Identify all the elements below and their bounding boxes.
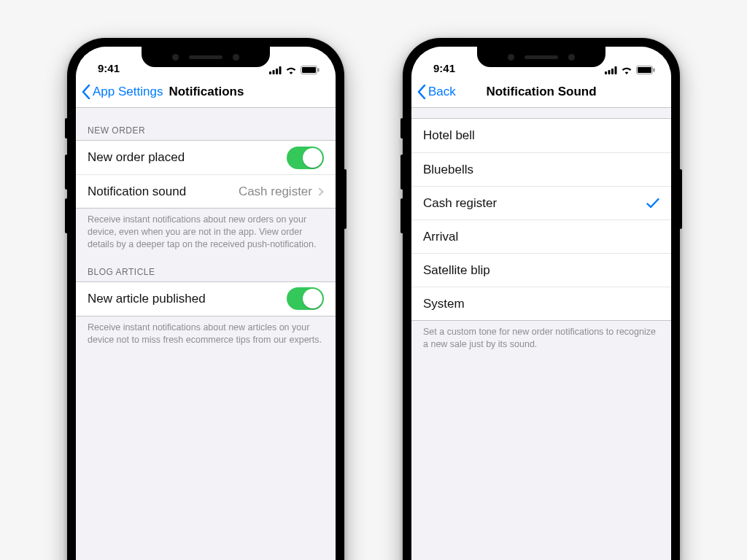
section-header-new-order: NEW ORDER	[76, 121, 336, 140]
nav-bar: App Settings Notifications	[76, 76, 336, 108]
svg-rect-8	[608, 70, 611, 74]
svg-rect-13	[654, 69, 655, 72]
row-label: Hotel bell	[423, 128, 659, 143]
svg-rect-1	[273, 70, 275, 74]
phone-sound-picker: 9:41 Bac	[403, 38, 680, 560]
section-footer-sounds: Set a custom tone for new order notifica…	[411, 321, 671, 362]
svg-rect-6	[318, 69, 320, 72]
nav-back-label: App Settings	[93, 85, 163, 99]
phone-notifications: 9:41 App	[67, 38, 344, 560]
device-notch	[142, 47, 270, 67]
battery-icon	[301, 66, 320, 74]
svg-rect-3	[279, 66, 282, 74]
row-label: System	[423, 297, 659, 311]
svg-rect-0	[269, 71, 271, 74]
row-label: Notification sound	[88, 184, 239, 199]
row-label: New article published	[88, 292, 287, 306]
chevron-right-icon	[315, 187, 323, 195]
sound-option-system[interactable]: System	[411, 287, 671, 320]
checkmark-icon	[646, 198, 659, 209]
row-label: Arrival	[423, 230, 659, 244]
nav-bar: Back Notification Sound	[411, 76, 671, 108]
sound-option-satellite-blip[interactable]: Satellite blip	[411, 253, 671, 287]
nav-back-button[interactable]: App Settings	[82, 85, 163, 99]
device-notch	[477, 47, 605, 67]
svg-rect-9	[611, 69, 614, 74]
row-label: Satellite blip	[423, 263, 659, 278]
row-new-order-placed[interactable]: New order placed	[76, 141, 336, 174]
section-footer-new-order: Receive instant notifications about new …	[76, 209, 336, 262]
section-header-blog: BLOG ARTICLE	[76, 262, 336, 281]
svg-rect-12	[638, 67, 651, 73]
sound-option-bluebells[interactable]: Bluebells	[411, 152, 671, 186]
row-value: Cash register	[239, 184, 312, 199]
nav-back-label: Back	[428, 85, 456, 99]
nav-back-button[interactable]: Back	[417, 85, 456, 99]
row-label: New order placed	[88, 150, 287, 165]
sound-option-hotel-bell[interactable]: Hotel bell	[411, 119, 671, 152]
row-label: Bluebells	[423, 163, 659, 177]
svg-rect-10	[615, 66, 617, 74]
toggle-new-article[interactable]	[287, 287, 324, 310]
svg-rect-2	[276, 69, 278, 74]
nav-title: Notifications	[169, 85, 244, 99]
svg-rect-7	[605, 71, 607, 74]
sound-option-arrival[interactable]: Arrival	[411, 219, 671, 253]
chevron-left-icon	[82, 85, 90, 99]
wifi-icon	[285, 66, 297, 74]
row-label: Cash register	[423, 196, 646, 211]
status-time: 9:41	[433, 62, 455, 76]
status-time: 9:41	[98, 62, 120, 76]
sound-option-cash-register[interactable]: Cash register	[411, 186, 671, 219]
row-new-article-published[interactable]: New article published	[76, 282, 336, 316]
cellular-icon	[269, 66, 282, 74]
cellular-icon	[605, 66, 617, 74]
row-notification-sound[interactable]: Notification sound Cash register	[76, 174, 336, 208]
wifi-icon	[621, 66, 632, 74]
svg-rect-5	[302, 67, 316, 73]
battery-icon	[636, 66, 655, 74]
chevron-left-icon	[417, 85, 426, 99]
section-footer-blog: Receive instant notifications about new …	[76, 316, 336, 358]
toggle-new-order[interactable]	[287, 147, 324, 169]
